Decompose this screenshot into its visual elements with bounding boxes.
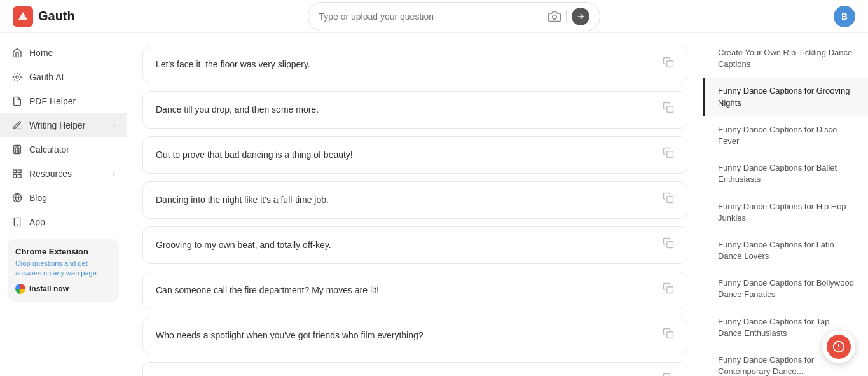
chrome-ext-desc: Crop questions and get answers on any we… xyxy=(15,259,111,279)
pdf-icon xyxy=(11,95,23,107)
search-divider xyxy=(566,10,567,23)
caption-card: Can someone call the fire department? My… xyxy=(142,272,687,309)
logo-text: Gauth xyxy=(38,9,75,24)
right-panel: Create Your Own Rib-Tickling Dance Capti… xyxy=(703,33,868,376)
caption-card: Let's face it, the floor was very slippe… xyxy=(142,46,687,83)
install-now-button[interactable]: Install now xyxy=(15,284,111,294)
search-bar xyxy=(308,2,600,31)
sidebar-item-pdf-helper[interactable]: PDF Helper xyxy=(0,89,127,113)
logo-icon xyxy=(13,6,33,27)
svg-point-2 xyxy=(16,76,18,78)
right-panel-item-grooving-nights[interactable]: Funny Dance Captions for Grooving Nights xyxy=(703,78,868,116)
home-icon xyxy=(11,47,23,59)
svg-rect-28 xyxy=(667,332,673,338)
main-layout: Home Gauth AI PDF Helper xyxy=(0,33,868,376)
sidebar-item-resources[interactable]: Resources › xyxy=(0,162,127,186)
header: Gauth B xyxy=(0,0,868,33)
sidebar-item-blog-label: Blog xyxy=(29,193,47,203)
copy-icon[interactable] xyxy=(663,102,674,118)
calculator-icon xyxy=(11,144,23,155)
svg-rect-26 xyxy=(667,242,673,248)
gauth-ai-icon xyxy=(11,71,23,83)
writing-icon xyxy=(11,120,23,131)
svg-rect-15 xyxy=(18,170,21,173)
svg-rect-22 xyxy=(667,61,673,67)
chrome-extension-box: Chrome Extension Crop questions and get … xyxy=(8,239,119,302)
svg-rect-17 xyxy=(18,174,21,178)
caption-card: Dance till you drop, and then some more. xyxy=(142,91,687,129)
copy-icon[interactable] xyxy=(663,147,674,163)
svg-rect-27 xyxy=(667,287,673,293)
caption-text: Dance till you drop, and then some more. xyxy=(156,103,319,116)
gauth-fab-inner xyxy=(827,335,851,359)
right-panel-item-hip-hop[interactable]: Funny Dance Captions for Hip Hop Junkies xyxy=(703,193,868,232)
copy-icon[interactable] xyxy=(663,57,674,73)
app-icon xyxy=(11,216,23,228)
caption-card: Saving the world, one dance move at a ti… xyxy=(142,362,687,376)
copy-icon[interactable] xyxy=(663,328,674,344)
chrome-logo-icon xyxy=(15,284,25,294)
svg-rect-16 xyxy=(13,174,17,178)
sidebar-item-calculator-label: Calculator xyxy=(29,144,69,155)
caption-text: Who needs a spotlight when you've got fr… xyxy=(156,329,424,342)
svg-rect-24 xyxy=(667,151,673,158)
content-area: Let's face it, the floor was very slippe… xyxy=(127,33,703,376)
caption-text: Grooving to my own beat, and totally off… xyxy=(156,239,331,252)
right-panel-item-create-own[interactable]: Create Your Own Rib-Tickling Dance Capti… xyxy=(703,39,868,78)
caption-card: Dancing into the night like it's a full-… xyxy=(142,181,687,219)
copy-icon[interactable] xyxy=(663,237,674,253)
caption-card: Grooving to my own beat, and totally off… xyxy=(142,226,687,264)
gauth-fab-button[interactable] xyxy=(822,330,855,363)
svg-rect-25 xyxy=(667,197,673,203)
sidebar-item-writing-label: Writing Helper xyxy=(29,120,85,130)
caption-text: Dancing into the night like it's a full-… xyxy=(156,193,329,207)
sidebar-item-gauth-ai[interactable]: Gauth AI xyxy=(0,65,127,89)
sidebar-item-home[interactable]: Home xyxy=(0,41,127,65)
caption-card: Out to prove that bad dancing is a thing… xyxy=(142,136,687,174)
svg-rect-14 xyxy=(13,170,17,173)
blog-icon xyxy=(11,192,23,204)
right-panel-item-disco-fever[interactable]: Funny Dance Captions for Disco Fever xyxy=(703,116,868,155)
caption-card: Who needs a spotlight when you've got fr… xyxy=(142,317,687,354)
resources-icon xyxy=(11,168,23,179)
copy-icon[interactable] xyxy=(663,373,674,376)
right-panel-item-bollywood[interactable]: Funny Dance Captions for Bollywood Dance… xyxy=(703,270,868,308)
copy-icon[interactable] xyxy=(663,282,674,298)
caption-text: Let's face it, the floor was very slippe… xyxy=(156,58,310,71)
sidebar-item-app[interactable]: App xyxy=(0,210,127,234)
camera-icon[interactable] xyxy=(548,10,561,23)
sidebar-item-resources-label: Resources xyxy=(29,169,72,179)
sidebar-item-pdf-label: PDF Helper xyxy=(29,96,76,106)
resources-chevron-icon: › xyxy=(113,171,115,178)
caption-list: Let's face it, the floor was very slippe… xyxy=(142,46,687,376)
sidebar-item-gauth-ai-label: Gauth AI xyxy=(29,72,64,82)
search-input[interactable] xyxy=(319,11,543,22)
caption-text: Can someone call the fire department? My… xyxy=(156,284,379,297)
right-panel-list: Create Your Own Rib-Tickling Dance Capti… xyxy=(703,39,868,376)
avatar[interactable]: B xyxy=(834,6,855,27)
search-submit-button[interactable] xyxy=(572,8,589,25)
sidebar-item-app-label: App xyxy=(29,217,45,227)
right-panel-item-latin[interactable]: Funny Dance Captions for Latin Dance Lov… xyxy=(703,232,868,270)
writing-chevron-icon: › xyxy=(113,122,115,129)
chrome-ext-title: Chrome Extension xyxy=(15,247,111,256)
caption-text: Out to prove that bad dancing is a thing… xyxy=(156,148,353,162)
logo[interactable]: Gauth xyxy=(13,6,75,27)
svg-point-0 xyxy=(553,15,557,19)
sidebar: Home Gauth AI PDF Helper xyxy=(0,33,127,376)
copy-icon[interactable] xyxy=(663,192,674,208)
sidebar-item-writing-helper[interactable]: Writing Helper › xyxy=(0,113,127,137)
sidebar-item-home-label: Home xyxy=(29,48,53,58)
sidebar-item-calculator[interactable]: Calculator xyxy=(0,137,127,162)
right-panel-item-ballet[interactable]: Funny Dance Captions for Ballet Enthusia… xyxy=(703,155,868,193)
sidebar-item-blog[interactable]: Blog xyxy=(0,186,127,210)
svg-rect-23 xyxy=(667,106,673,113)
